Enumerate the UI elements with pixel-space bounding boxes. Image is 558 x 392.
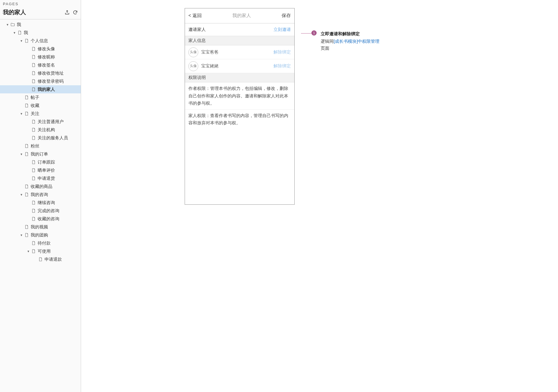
tree-item[interactable]: 订单跟踪 bbox=[0, 158, 81, 166]
family-row-left: 头像 宝宝姥姥 bbox=[188, 61, 219, 71]
sidebar-title: 我的家人 bbox=[3, 8, 26, 16]
tree-item-label: 帖子 bbox=[31, 95, 81, 100]
avatar: 头像 bbox=[188, 61, 198, 71]
tree-item[interactable]: 修改登录密码 bbox=[0, 77, 81, 85]
tree-item[interactable]: 申请退货 bbox=[0, 174, 81, 182]
tree-item-label: 个人信息 bbox=[31, 38, 81, 44]
annotation-body-link[interactable]: [成长书模块]中权限管理 bbox=[334, 39, 379, 44]
family-name: 宝宝爸爸 bbox=[201, 49, 219, 55]
tree-caret-icon[interactable]: ▼ bbox=[20, 112, 23, 115]
back-button[interactable]: < 返回 bbox=[188, 13, 202, 19]
tree-item[interactable]: 修改签名 bbox=[0, 61, 81, 69]
page-icon bbox=[31, 168, 36, 173]
tree-item[interactable]: 继续咨询 bbox=[0, 199, 81, 207]
tree-item-label: 完成的咨询 bbox=[38, 208, 81, 214]
tree-item[interactable]: ▼可使用 bbox=[0, 247, 81, 255]
page-tree[interactable]: ▼我▼我▼个人信息修改头像修改昵称修改签名修改收货地址修改登录密码我的家人帖子收… bbox=[0, 19, 81, 392]
family-name: 宝宝姥姥 bbox=[201, 63, 219, 69]
tree-item-label: 申请退货 bbox=[38, 176, 81, 181]
annotation-badge[interactable]: 1 bbox=[311, 30, 317, 36]
family-row: 头像 宝宝爸爸 解除绑定 bbox=[185, 45, 294, 59]
tree-item-label: 我的咨询 bbox=[31, 192, 81, 197]
tree-item[interactable]: ▼我的订单 bbox=[0, 150, 81, 158]
page-icon bbox=[31, 208, 36, 213]
tree-item[interactable]: 修改头像 bbox=[0, 45, 81, 53]
tree-item[interactable]: 申请退款 bbox=[0, 255, 81, 263]
mock-phone-frame: < 返回 我的家人 保存 邀请家人 立刻邀请 家人信息 头像 宝宝爸爸 解除绑定… bbox=[185, 8, 295, 205]
share-icon[interactable] bbox=[65, 10, 70, 15]
page-icon bbox=[24, 152, 29, 156]
tree-caret-icon[interactable]: ▼ bbox=[20, 153, 23, 156]
page-icon bbox=[31, 63, 36, 67]
invite-now-link[interactable]: 立刻邀请 bbox=[274, 27, 291, 32]
tree-caret-icon[interactable]: ▼ bbox=[6, 23, 9, 26]
page-icon bbox=[31, 136, 36, 140]
annotation-body: 逻辑同[成长书模块]中权限管理页面 bbox=[321, 38, 381, 52]
page-icon bbox=[31, 176, 36, 181]
tree-item[interactable]: 关注普通用户 bbox=[0, 118, 81, 126]
refresh-icon[interactable] bbox=[73, 10, 78, 15]
avatar: 头像 bbox=[188, 47, 198, 57]
permission-header: 权限说明 bbox=[185, 73, 294, 82]
tree-item-label: 修改收货地址 bbox=[38, 71, 81, 76]
tree-item[interactable]: 修改收货地址 bbox=[0, 69, 81, 77]
tree-item[interactable]: 我的家人 bbox=[0, 85, 81, 93]
page-icon bbox=[31, 119, 36, 124]
page-icon bbox=[24, 103, 29, 108]
tree-item[interactable]: 帖子 bbox=[0, 93, 81, 101]
tree-item-label: 收藏的咨询 bbox=[38, 216, 81, 222]
tree-caret-icon[interactable]: ▼ bbox=[27, 250, 30, 253]
tree-caret-icon[interactable]: ▼ bbox=[20, 193, 23, 196]
page-icon bbox=[24, 233, 29, 237]
tree-item[interactable]: ▼关注 bbox=[0, 110, 81, 118]
mock-navbar: < 返回 我的家人 保存 bbox=[185, 8, 294, 23]
tree-item[interactable]: 待付款 bbox=[0, 239, 81, 247]
page-icon bbox=[24, 95, 29, 100]
tree-item-label: 关注机构 bbox=[38, 127, 81, 133]
tree-item[interactable]: ▼我 bbox=[0, 21, 81, 29]
page-icon bbox=[31, 217, 36, 221]
tree-item-label: 收藏的商品 bbox=[31, 184, 81, 189]
annotation-title: 立即邀请和解除绑定 bbox=[321, 30, 381, 37]
tree-item[interactable]: 收藏的商品 bbox=[0, 182, 81, 191]
page-icon bbox=[24, 111, 29, 116]
tree-item-label: 修改昵称 bbox=[38, 54, 81, 60]
annotation-text: 立即邀请和解除绑定 逻辑同[成长书模块]中权限管理页面 bbox=[321, 30, 381, 52]
page-icon bbox=[38, 257, 43, 262]
tree-caret-icon[interactable]: ▼ bbox=[20, 39, 23, 42]
family-info-header: 家人信息 bbox=[185, 36, 294, 45]
tree-item[interactable]: 关注机构 bbox=[0, 126, 81, 134]
tree-item-label: 申请退款 bbox=[45, 257, 81, 262]
family-row: 头像 宝宝姥姥 解除绑定 bbox=[185, 59, 294, 73]
tree-item-label: 我的家人 bbox=[38, 87, 81, 92]
tree-item-label: 我的订单 bbox=[31, 151, 81, 157]
tree-item[interactable]: 我的视频 bbox=[0, 223, 81, 231]
annotation-body-prefix: 逻辑同 bbox=[321, 39, 334, 44]
tree-item[interactable]: 粉丝 bbox=[0, 142, 81, 150]
tree-item-label: 晒单评价 bbox=[38, 168, 81, 173]
tree-item[interactable]: ▼我的团购 bbox=[0, 231, 81, 239]
tree-caret-icon[interactable]: ▼ bbox=[13, 31, 16, 34]
unbind-link[interactable]: 解除绑定 bbox=[274, 49, 291, 55]
tree-item[interactable]: 收藏的咨询 bbox=[0, 215, 81, 223]
tree-item[interactable]: 修改昵称 bbox=[0, 53, 81, 61]
invite-label: 邀请家人 bbox=[188, 27, 206, 32]
annotation-body-suffix: 页面 bbox=[321, 46, 329, 51]
tree-caret-icon[interactable]: ▼ bbox=[20, 234, 23, 237]
author-permission-text: 作者权限：管理本书的权力，包括编辑，修改，删除自己创作和家人创作的内容。邀请和解… bbox=[185, 82, 294, 110]
unbind-link[interactable]: 解除绑定 bbox=[274, 63, 291, 69]
tree-item[interactable]: 关注的服务人员 bbox=[0, 134, 81, 142]
tree-item[interactable]: ▼个人信息 bbox=[0, 37, 81, 45]
tree-item[interactable]: 收藏 bbox=[0, 101, 81, 110]
tree-item[interactable]: 晒单评价 bbox=[0, 166, 81, 174]
save-button[interactable]: 保存 bbox=[282, 13, 291, 19]
page-icon bbox=[24, 225, 29, 229]
tree-item[interactable]: ▼我的咨询 bbox=[0, 191, 81, 199]
page-icon bbox=[17, 30, 22, 35]
page-icon bbox=[31, 71, 36, 75]
tree-item[interactable]: 完成的咨询 bbox=[0, 207, 81, 215]
page-icon bbox=[31, 47, 36, 51]
page-icon bbox=[31, 241, 36, 245]
tree-item[interactable]: ▼我 bbox=[0, 29, 81, 37]
page-icon bbox=[31, 127, 36, 132]
